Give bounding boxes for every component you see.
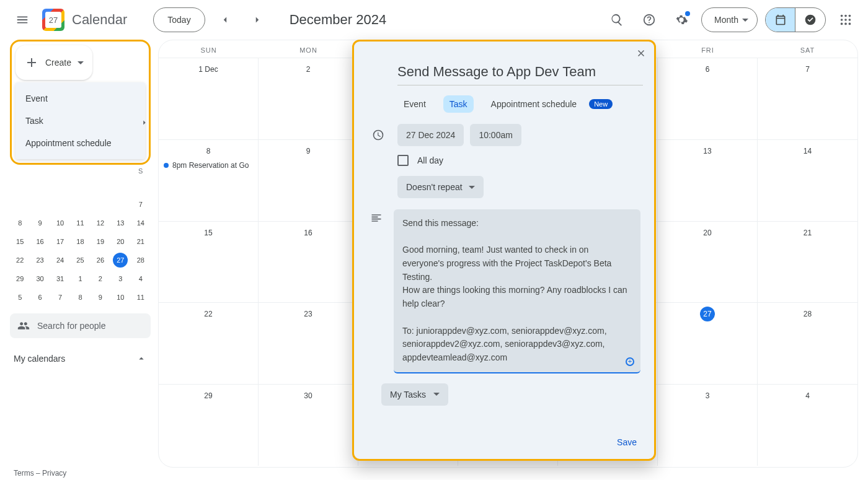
mini-dow: S <box>131 167 151 175</box>
day-cell[interactable]: 6 <box>658 58 758 139</box>
day-cell[interactable]: 3 <box>658 385 758 466</box>
mini-day[interactable]: 3 <box>113 271 128 286</box>
create-menu-item-task[interactable]: Task <box>16 110 145 132</box>
day-cell[interactable]: 27 <box>658 303 758 384</box>
mini-day[interactable]: 2 <box>93 271 108 286</box>
view-selector[interactable]: Month <box>701 7 758 32</box>
mini-day[interactable]: 28 <box>133 253 148 268</box>
mini-day[interactable]: 18 <box>73 234 87 249</box>
terms-link[interactable]: Terms <box>14 469 34 478</box>
mini-day[interactable]: 6 <box>33 290 48 305</box>
dow-header: SUN <box>159 40 259 58</box>
day-cell[interactable]: 88pm Reservation at Go <box>159 140 259 221</box>
repeat-selector[interactable]: Doesn't repeat <box>397 176 484 198</box>
day-cell[interactable]: 7 <box>758 58 857 139</box>
create-menu-item-event[interactable]: Event <box>16 87 145 110</box>
task-description-input[interactable]: Send this message: Good morning, team! J… <box>394 209 640 373</box>
day-cell[interactable]: 14 <box>758 140 857 221</box>
main-menu-button[interactable] <box>10 7 35 32</box>
mini-day[interactable]: 25 <box>73 253 87 268</box>
task-list-selector[interactable]: My Tasks <box>381 383 448 406</box>
mini-day[interactable]: 15 <box>12 234 27 249</box>
tab-event[interactable]: Event <box>397 95 432 113</box>
mini-day[interactable]: 10 <box>53 216 68 230</box>
search-people-input[interactable]: Search for people <box>10 313 151 338</box>
mini-day[interactable]: 17 <box>53 234 68 249</box>
prev-month-button[interactable] <box>213 7 237 32</box>
day-cell[interactable]: 1 Dec <box>159 58 259 139</box>
day-cell[interactable]: 13 <box>658 140 758 221</box>
mini-day[interactable]: 1 <box>73 271 87 286</box>
mini-day[interactable]: 7 <box>133 197 148 212</box>
task-time-field[interactable]: 10:00am <box>470 124 521 146</box>
save-button[interactable]: Save <box>617 437 637 447</box>
event-dot-icon <box>164 163 169 168</box>
google-apps-button[interactable] <box>833 7 858 32</box>
day-cell[interactable]: 20 <box>658 222 758 303</box>
calendar-view-toggle[interactable] <box>766 8 795 32</box>
mini-day[interactable]: 9 <box>33 216 48 230</box>
mini-day[interactable]: 11 <box>73 216 87 230</box>
day-cell[interactable]: 30 <box>259 385 358 466</box>
today-button[interactable]: Today <box>153 7 205 32</box>
mini-day[interactable]: 22 <box>12 253 27 268</box>
mini-calendar[interactable]: SMTWTFS789101112131415161718192021222324… <box>10 167 151 305</box>
repeat-label: Doesn't repeat <box>406 182 463 192</box>
mini-day[interactable]: 24 <box>53 253 68 268</box>
event-chip[interactable]: 8pm Reservation at Go <box>161 161 255 170</box>
mini-day[interactable]: 9 <box>93 290 108 305</box>
mini-day[interactable]: 7 <box>53 290 68 305</box>
svg-point-5 <box>849 19 851 21</box>
svg-point-8 <box>849 23 851 25</box>
day-cell[interactable]: 15 <box>159 222 259 303</box>
mini-day[interactable]: 30 <box>33 271 48 286</box>
mini-day[interactable]: 20 <box>113 234 128 249</box>
mini-day[interactable]: 19 <box>93 234 108 249</box>
day-cell[interactable]: 23 <box>259 303 358 384</box>
mini-day[interactable]: 27 <box>113 253 128 268</box>
mini-day[interactable]: 31 <box>53 271 68 286</box>
mini-cal-next[interactable] <box>137 115 152 130</box>
close-button[interactable] <box>636 48 647 61</box>
create-highlight: Create Event Task Appointment schedule <box>10 40 151 165</box>
mini-day[interactable]: 23 <box>33 253 48 268</box>
next-month-button[interactable] <box>245 7 270 32</box>
mini-day[interactable] <box>133 178 148 193</box>
add-icon[interactable]: + <box>626 357 634 366</box>
mini-day[interactable]: 21 <box>133 234 148 249</box>
day-cell[interactable]: 9 <box>259 140 358 221</box>
day-cell[interactable]: 28 <box>758 303 857 384</box>
task-title-input[interactable]: Send Message to App Dev Team <box>363 46 645 85</box>
day-cell[interactable]: 21 <box>758 222 857 303</box>
settings-button[interactable] <box>669 7 694 32</box>
mini-day[interactable]: 11 <box>133 290 148 305</box>
mini-day[interactable]: 13 <box>113 216 128 230</box>
mini-day[interactable]: 14 <box>133 216 148 230</box>
privacy-link[interactable]: Privacy <box>42 469 66 478</box>
day-cell[interactable]: 29 <box>159 385 259 466</box>
day-cell[interactable]: 2 <box>259 58 358 139</box>
tab-task[interactable]: Task <box>443 95 474 113</box>
desc-recipients: To: juniorappdev@xyz.com, seniorappdev@x… <box>402 325 632 365</box>
tab-appointment[interactable]: Appointment schedule <box>485 95 583 113</box>
mini-day[interactable]: 16 <box>33 234 48 249</box>
day-cell[interactable]: 16 <box>259 222 358 303</box>
mini-day[interactable]: 4 <box>133 271 148 286</box>
day-cell[interactable]: 22 <box>159 303 259 384</box>
mini-day[interactable]: 29 <box>12 271 27 286</box>
mini-day[interactable]: 8 <box>73 290 87 305</box>
help-button[interactable] <box>637 7 662 32</box>
mini-day[interactable]: 10 <box>113 290 128 305</box>
tasks-view-toggle[interactable] <box>795 8 825 32</box>
all-day-checkbox[interactable] <box>397 155 409 166</box>
day-cell[interactable]: 4 <box>758 385 857 466</box>
create-button[interactable]: Create <box>16 45 92 80</box>
mini-day[interactable]: 12 <box>93 216 108 230</box>
task-date-field[interactable]: 27 Dec 2024 <box>397 124 464 146</box>
my-calendars-toggle[interactable]: My calendars <box>10 351 151 367</box>
search-button[interactable] <box>604 7 629 32</box>
create-menu-item-appointment[interactable]: Appointment schedule <box>16 132 145 154</box>
mini-day[interactable]: 5 <box>12 290 27 305</box>
mini-day[interactable]: 8 <box>12 216 27 230</box>
mini-day[interactable]: 26 <box>93 253 108 268</box>
